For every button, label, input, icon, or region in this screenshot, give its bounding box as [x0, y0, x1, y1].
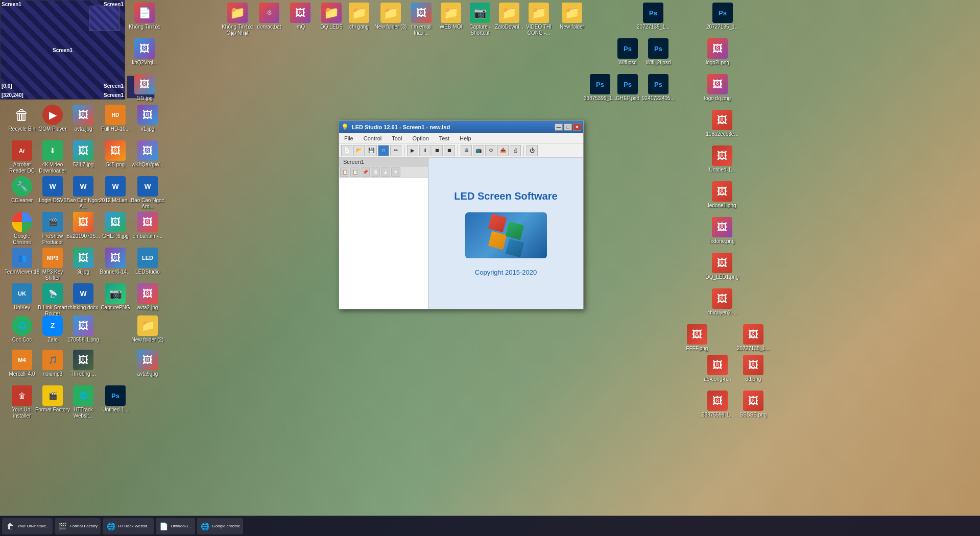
desktop-icon-ffff[interactable]: 🖼 FFFF.png [679, 324, 715, 352]
desktop-icon-20727135-right[interactable]: 🖼 20727135_1... [735, 324, 771, 352]
toolbar-monitor[interactable]: 🖥 [461, 145, 472, 156]
desktop-icon-9241722405[interactable]: Ps 9241722405... [640, 74, 676, 102]
timeline-btn-delete[interactable]: 🗑 [371, 167, 380, 177]
icon-capture-shortcut: 📷 [470, 3, 490, 23]
desktop-icon-thi-cong[interactable]: 🖼 Thi công ... [65, 350, 101, 377]
toolbar-print[interactable]: 🖨 [510, 145, 521, 156]
timeline-btn-up[interactable]: ▲ [381, 167, 390, 177]
desktop-icon-108b2ecb3e[interactable]: 🖼 108b2ecb3e... [704, 110, 740, 137]
toolbar-sep1 [404, 145, 404, 156]
desktop-icon-donrac[interactable]: ⚙ donrac.bat [251, 3, 287, 30]
desktop-icon-ledone2[interactable]: 🖼 ledone.png [704, 217, 740, 245]
close-button[interactable]: ✕ [573, 124, 581, 131]
desktop-icon-170558[interactable]: 🖼 170558-1.png [65, 315, 101, 343]
desktop-icon-avta2[interactable]: 🖼 avta2.jpg [130, 283, 165, 311]
menu-tool[interactable]: Tool [389, 133, 405, 143]
taskbar-item-format-factory[interactable]: 🎬 Format Factory [55, 518, 101, 534]
desktop-icon-khq2vrqi[interactable]: 🖼 khQ2Vrqi... [127, 38, 162, 66]
desktop-icon-33875599b[interactable]: 🖼 33875599-1... [700, 391, 735, 418]
timeline-btn-copy[interactable]: 📋 [350, 167, 360, 177]
toolbar-play[interactable]: ▶ [407, 145, 418, 156]
taskbar-item-untitled[interactable]: 📄 Untitled-1... [156, 518, 195, 534]
icon-sssss: 🖼 [743, 391, 763, 411]
timeline-btn-paste[interactable]: 📌 [361, 167, 370, 177]
icon-chiquyens2: 🖼 [712, 288, 732, 309]
desktop-icon-ao-cong[interactable]: 🖼 ao-cong-n... [700, 355, 735, 382]
desktop-icon-chi-gang[interactable]: 📁 chi gang [341, 3, 377, 30]
desktop-icon-ledone1[interactable]: 🖼 ledone1.png [704, 181, 740, 209]
desktop-icon-chiquyens2[interactable]: 🖼 chiquyen2-... [704, 288, 740, 316]
toolbar-settings[interactable]: ⚙ [485, 145, 496, 156]
toolbar-pause[interactable]: ⏸ [419, 145, 431, 156]
desktop-icon-bao-cao1[interactable]: W Bao Cao Ngoc A... [65, 176, 101, 210]
menu-file[interactable]: File [341, 133, 356, 143]
desktop-icon-new-folder-main[interactable]: 📁 New folder [554, 3, 590, 30]
toolbar-save[interactable]: 💾 [366, 145, 377, 156]
led-copyright: Copyright 2015-2020 [475, 269, 537, 276]
desktop-icon-logo2i[interactable]: 🖼 logo2i.png [700, 38, 735, 66]
desktop-icon-52il[interactable]: 🖼 52iL7.jpg [65, 140, 101, 168]
toolbar-stop[interactable]: ⏹ [432, 145, 443, 156]
desktop-icon-untitled1[interactable]: Ps Untitled-1... [98, 385, 133, 413]
desktop-icon-dd[interactable]: 🖼 dd.png [735, 355, 771, 382]
desktop-icon-khong-tin[interactable]: 📄 Không Tin tức [127, 3, 162, 30]
cube-container [490, 215, 522, 256]
desktop-icon-images-shortcut[interactable]: 📁 Không Tin tức Cập Nhật [220, 3, 255, 36]
desktop-icon-enbahain[interactable]: 🖼 en bahain -... [130, 212, 165, 239]
desktop-icon-capture-png[interactable]: 📷 CapturePNG [98, 283, 133, 311]
icon-coc-coc: 🌐 [12, 315, 32, 336]
led-screen-tab[interactable]: Screen1 [339, 158, 428, 166]
menu-help[interactable]: Help [457, 133, 474, 143]
desktop-icon-1i1i[interactable]: 🖼 1i1i.jpg [127, 74, 162, 102]
toolbar-screen[interactable]: 📺 [473, 145, 484, 156]
timeline-btn-add[interactable]: 📋 [340, 167, 349, 177]
toolbar-prop[interactable]: □ [378, 145, 389, 156]
taskbar-item-google-chrome-tb[interactable]: 🌐 Google chrome [197, 518, 244, 534]
desktop-icon-new-folder-2[interactable]: 📁 New folder (2) [130, 315, 165, 343]
icon-label-ledstudio: LEDStudio [130, 269, 165, 275]
toolbar-new[interactable]: 📄 [341, 145, 352, 156]
toolbar-edit[interactable]: ✏ [390, 145, 401, 156]
menu-option[interactable]: Option [409, 133, 432, 143]
desktop-icon-banner3[interactable]: 🖼 Bannerб-14... [98, 248, 133, 275]
desktop-icon-full-hd[interactable]: HD Full HD-10... [98, 105, 133, 132]
taskbar-item-httrack[interactable]: 🌐 HTTrack Websit... [103, 518, 154, 534]
desktop-icon-sssss[interactable]: 🖼 SSSSS.png [735, 391, 771, 418]
toolbar-power[interactable]: ⏻ [527, 145, 538, 156]
desktop-icon-untitled-right[interactable]: 🖼 Untitled-1... [704, 145, 740, 173]
desktop-icon-ghep-jpg[interactable]: 🖼 GHEP.6.jpg [98, 212, 133, 239]
desktop-icon-545[interactable]: 🖼 545.png [98, 140, 133, 168]
minimize-button[interactable]: — [555, 124, 563, 131]
maximize-button[interactable]: □ [564, 124, 572, 131]
desktop-icon-avta9[interactable]: 🖼 avta9.jpg [130, 350, 165, 377]
toolbar-stop2[interactable]: ⏹ [444, 145, 455, 156]
desktop-icon-imq[interactable]: 🖼 imQ [282, 3, 318, 30]
desktop-icon-avta[interactable]: 🖼 avta.jpg [65, 105, 101, 132]
desktop-icon-wifi2-psd[interactable]: Ps Wifi_2i.psd [640, 38, 676, 66]
timeline-btn-down[interactable]: ▼ [391, 167, 400, 177]
desktop-icon-ba2019[interactable]: 🖼 Ba2019070S... [65, 212, 101, 239]
desktop-icon-dq-led1[interactable]: 🖼 DQ_LED1.png [704, 253, 740, 280]
toolbar-open[interactable]: 📂 [353, 145, 365, 156]
menu-test[interactable]: Test [436, 133, 452, 143]
menu-control[interactable]: Control [361, 133, 385, 143]
desktop-icon-httrack[interactable]: 🌐 HTTrack Websit... [65, 385, 101, 419]
icon-ledstudio: LED [137, 248, 158, 268]
icon-label-untitled1: Untitled-1... [98, 407, 133, 413]
desktop-icon-2012-mclan[interactable]: W 2012 McLan... [98, 176, 133, 204]
icon-untitled-right: 🖼 [712, 145, 732, 166]
desktop-icon-video-thi-cong[interactable]: 📁 VIDEO THI CONG -... [521, 3, 557, 36]
desktop-icon-3i-jpg[interactable]: 🖼 3i.jpg [65, 248, 101, 275]
desktop-icon-v1[interactable]: 🖼 v1.jpg [130, 105, 165, 132]
desktop-icon-ledstudio[interactable]: LED LEDStudio [130, 248, 165, 275]
icon-label-full-hd: Full HD-10... [98, 126, 133, 132]
taskbar-item-your-uninstaller[interactable]: 🗑 Your Un-installe... [2, 518, 53, 534]
desktop-icon-ps2[interactable]: Ps 20727135_1... [705, 3, 740, 30]
icon-label-donrac: donrac.bat [251, 24, 287, 30]
desktop-icon-wkhq[interactable]: 🖼 wKhQaVgW... [130, 140, 165, 168]
desktop-icon-thinking[interactable]: W thinking.docx [65, 283, 101, 311]
desktop-icon-logo-dq[interactable]: 🖼 logo dq.png [700, 74, 735, 102]
toolbar-share[interactable]: 📤 [497, 145, 509, 156]
desktop-icon-ps1[interactable]: Ps 20727135_1... [635, 3, 671, 30]
desktop-icon-bao-cao2[interactable]: W Bao Cao Ngoc Am... [130, 176, 165, 210]
